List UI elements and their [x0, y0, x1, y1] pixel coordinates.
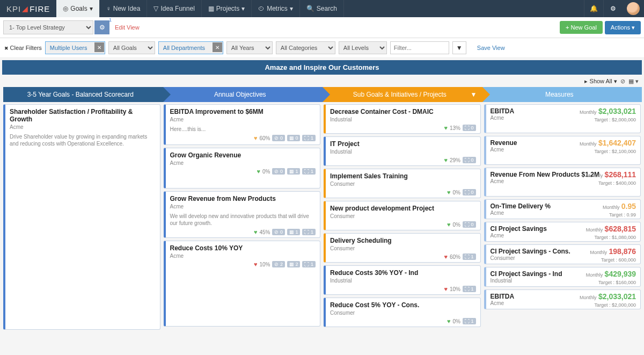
goal-card[interactable]: Shareholder Satisfaction / Profitability… — [3, 104, 160, 330]
card-org: Acme — [170, 117, 316, 122]
measure-card[interactable]: Revenue Acme Monthly $1,642,407 Target :… — [484, 136, 641, 165]
card-title: Grow Revenue from New Products — [170, 195, 316, 202]
objective-card[interactable]: Reduce Costs 10% YOY Acme ♥ 10% ⊘ 2 ▦ 2 … — [164, 241, 321, 327]
heart-icon: ♥ — [257, 168, 260, 175]
metric-target: Target : $160,000 — [598, 280, 636, 285]
card-title: Shareholder Satisfaction / Profitability… — [10, 108, 156, 123]
notifications-icon[interactable]: 🔔 — [584, 0, 603, 17]
edit-view-link[interactable]: Edit View — [115, 24, 140, 31]
measure-card[interactable]: On-Time Delivery % Acme Monthly 0.95 Tar… — [484, 199, 641, 219]
mission-banner: Amaze and Inspire Our Customers — [2, 60, 642, 75]
measure-card[interactable]: Revenue From New Products $1.2M Acme Mon… — [484, 168, 641, 197]
stat-chip: ⛶ 0 — [463, 157, 476, 163]
stat-chip: ▦ 1 — [287, 168, 301, 175]
initiative-card[interactable]: IT Project Industrial ♥ 29% ⛶ 0 — [324, 136, 481, 166]
progress-pct: 0% — [453, 190, 460, 195]
expand-icon[interactable]: ⊘ — [620, 78, 625, 84]
sliders-button[interactable]: ⚙1 — [94, 20, 109, 34]
bulb-icon: ♀ — [106, 5, 111, 12]
depts-filter[interactable]: All Departments✕ — [158, 41, 223, 54]
nav-search[interactable]: 🔍Search — [300, 0, 344, 17]
metric-value: $429,939 — [605, 270, 636, 278]
stat-chip: ⊘ 0 — [272, 135, 285, 141]
users-filter[interactable]: Multiple Users✕ — [45, 41, 105, 54]
show-all-toggle[interactable]: ▸ Show All ▾ ⊘ ▦ ▾ — [0, 77, 644, 86]
card-desc: Here....this is... — [170, 126, 316, 133]
objective-card[interactable]: Grow Revenue from New Products Acme We w… — [164, 191, 321, 238]
nav-projects[interactable]: ▦Projects ▾ — [202, 0, 252, 17]
funnel-icon: ▽ — [153, 5, 158, 12]
clear-users-icon[interactable]: ✕ — [94, 42, 104, 52]
logo-text-b: FIRE — [30, 4, 50, 13]
nav-new-idea[interactable]: ♀New Idea — [100, 0, 148, 17]
heart-icon: ♥ — [254, 229, 258, 235]
measure-card[interactable]: CI Project Savings - Cons. Consumer Mont… — [484, 244, 641, 264]
initiative-card[interactable]: Reduce Costs 30% YOY - Ind Industrial ♥ … — [324, 265, 481, 295]
measure-card[interactable]: EBITDA Acme Monthly $2,033,021 Target : … — [484, 104, 641, 133]
stat-chip: ⛶ 1 — [302, 135, 316, 141]
progress-pct: 10% — [259, 262, 270, 267]
save-view-link[interactable]: Save View — [477, 45, 505, 51]
view-icon[interactable]: ▦ ▾ — [628, 78, 639, 84]
heart-icon: ♥ — [447, 189, 451, 195]
card-org: Acme — [10, 124, 156, 130]
stat-chip: ⛶ 1 — [463, 286, 476, 292]
initiative-card[interactable]: Delivery Scheduling Consumer ♥ 60% ⛶ 1 — [324, 233, 481, 263]
card-title: Reduce Cost 5% YOY - Cons. — [330, 301, 476, 309]
progress-pct: 45% — [259, 229, 270, 235]
nav-label: Goals — [70, 5, 87, 12]
header-measures: Measures — [482, 87, 642, 102]
clear-depts-icon[interactable]: ✕ — [213, 42, 222, 52]
apply-filter-button[interactable]: ▼ — [452, 41, 466, 54]
stat-chip: ⛶ 1 — [302, 261, 316, 267]
initiative-card[interactable]: Implement Sales Training Consumer ♥ 0% ⛶… — [324, 169, 481, 198]
strategy-select[interactable]: 1- Top Level Strategy — [3, 20, 93, 34]
initiative-card[interactable]: Decrease Container Cost - DMAIC Industri… — [324, 104, 481, 134]
settings-icon[interactable]: ⚙ — [603, 0, 623, 17]
badge-count: 1 — [109, 17, 112, 23]
funnel-icon[interactable]: ▼ — [471, 91, 477, 98]
grid-icon: ▦ — [208, 5, 214, 12]
card-org: Industrial — [330, 149, 476, 155]
progress-pct: 60% — [450, 254, 460, 260]
nav-idea-funnel[interactable]: ▽Idea Funnel — [147, 0, 201, 17]
actions-button[interactable]: Actions ▾ — [605, 21, 641, 34]
nav-metrics[interactable]: ⏲Metrics ▾ — [252, 0, 300, 17]
stat-chip: ⛶ 1 — [463, 318, 476, 324]
measure-card[interactable]: CI Project Savings - Ind Industrial Mont… — [484, 267, 641, 287]
period-label: Monthly — [586, 227, 603, 233]
initiative-card[interactable]: New product development Project Consumer… — [324, 201, 481, 230]
stat-chip: ▦ 2 — [287, 261, 301, 267]
column-strategy: Shareholder Satisfaction / Profitability… — [3, 104, 160, 330]
column-subgoals: Decrease Container Cost - DMAIC Industri… — [324, 104, 481, 327]
objective-card[interactable]: Grow Organic Revenue Acme ♥ 0% ⊘ 0 ▦ 1 ⛶… — [164, 148, 321, 189]
progress-pct: 0% — [453, 222, 460, 228]
heart-icon: ♥ — [254, 261, 258, 267]
new-goal-button[interactable]: + New Goal — [560, 21, 603, 34]
metric-target: Target : $1,080,000 — [594, 235, 636, 240]
filter-input[interactable] — [390, 41, 449, 54]
user-avatar[interactable] — [627, 2, 640, 15]
measure-card[interactable]: CI Project Savings Acme Monthly $628,815… — [484, 222, 641, 242]
stat-chip: ⛶ 1 — [302, 229, 316, 235]
years-filter[interactable]: All Years — [226, 41, 273, 54]
nav-goals[interactable]: ◎Goals ▾ — [56, 0, 99, 17]
initiative-card[interactable]: Reduce Cost 5% YOY - Cons. Consumer ♥ 0%… — [324, 298, 481, 327]
nav-label: Idea Funnel — [160, 5, 194, 12]
metric-value: $268,111 — [605, 170, 636, 179]
card-title: IT Project — [330, 140, 476, 148]
goals-filter[interactable]: All Goals — [108, 41, 155, 54]
measure-card[interactable]: EBITDA Acme Monthly $2,033,021 Target : … — [484, 289, 641, 309]
card-org: Acme — [170, 160, 316, 166]
card-title: Reduce Costs 30% YOY - Ind — [330, 269, 476, 277]
categories-filter[interactable]: All Categories — [276, 41, 335, 54]
period-label: Monthly — [580, 141, 597, 147]
stat-chip: ⊘ 0 — [272, 229, 285, 235]
objective-card[interactable]: EBITDA Improvement to $6MM Acme Here....… — [164, 104, 321, 145]
levels-filter[interactable]: All Levels — [339, 41, 387, 54]
period-label: Monthly — [586, 272, 603, 278]
logo[interactable]: KPI ◢ FIRE — [0, 4, 56, 13]
metric-value: $628,815 — [605, 224, 636, 233]
card-org: Consumer — [330, 310, 476, 316]
clear-filters[interactable]: Clear Filters — [4, 45, 42, 51]
